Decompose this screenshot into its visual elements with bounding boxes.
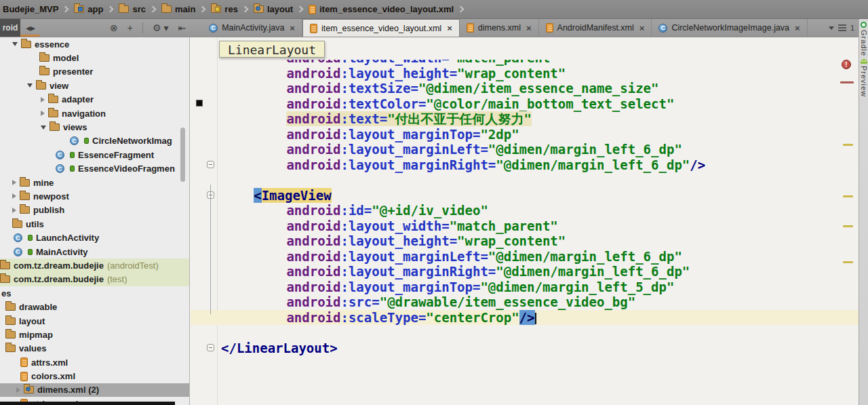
expand-arrow-right-icon[interactable]: [16, 387, 20, 393]
breadcrumb-item-app[interactable]: app: [73, 4, 104, 14]
code-line[interactable]: android:layout_marginRight="@dimen/margi…: [191, 264, 859, 279]
tree-item-es[interactable]: es: [0, 286, 189, 300]
error-badge-icon[interactable]: !: [842, 60, 851, 69]
tree-item-publish[interactable]: publish: [0, 204, 189, 217]
expand-arrow-right-icon[interactable]: [41, 111, 45, 116]
breadcrumb-item-item-essence-video-layout-xml[interactable]: item_essence_video_layout.xml: [307, 4, 455, 14]
tree-item-views[interactable]: views: [0, 120, 189, 134]
yellow-stripe-marker[interactable]: [843, 261, 853, 263]
settings-gear-icon[interactable]: ⚙ ▾: [153, 23, 168, 33]
code-line[interactable]: android:textSize="@dimen/item_essence_na…: [191, 81, 859, 96]
code-line[interactable]: android:src="@drawable/item_essence_vide…: [191, 294, 859, 310]
code-line[interactable]: </LinearLayout>: [191, 341, 859, 356]
code-line[interactable]: android:layout_marginTop="@dimen/margin_…: [191, 279, 859, 295]
tree-item-mine[interactable]: mine: [0, 176, 189, 189]
tree-item-essencevideofragmen[interactable]: CEssenceVideoFragmen: [0, 162, 189, 176]
code-line[interactable]: android:layout_marginLeft="@dimen/margin…: [191, 249, 859, 265]
tree-item-values[interactable]: values: [0, 342, 189, 355]
tree-item-dimens-xml-2[interactable]: dimens.xml (2): [0, 383, 189, 397]
code-line[interactable]: android:scaleType="centerCrop"/>: [191, 310, 859, 326]
code-line[interactable]: <ImageView: [191, 188, 859, 204]
code-line[interactable]: android:layout_width="match_parent": [191, 60, 859, 66]
tree-item-colors-xml[interactable]: colors.xml: [0, 369, 189, 383]
tree-item-utils[interactable]: utils: [0, 217, 189, 231]
tab-androidmanifest-xml[interactable]: AndroidManifest.xml×: [539, 19, 652, 37]
yellow-stripe-marker[interactable]: [843, 144, 853, 146]
tab-mainactivity-java[interactable]: CMainActivity.java×: [202, 19, 302, 37]
yellow-stripe-marker[interactable]: [843, 195, 853, 197]
tree-item-circlenetworkimag[interactable]: CCircleNetworkImag: [0, 134, 189, 148]
tree-item-com-tz-dream-budejie[interactable]: com.tz.dream.budejie (test): [0, 273, 189, 286]
tree-item-model[interactable]: model: [0, 51, 189, 64]
code-token: =: [488, 264, 496, 279]
tree-item-presenter[interactable]: presenter: [0, 65, 189, 79]
fold-handle-icon[interactable]: [207, 344, 214, 351]
code-line[interactable]: android:id="@+id/iv_video": [191, 203, 859, 218]
breadcrumb-item-src[interactable]: src: [117, 4, 147, 14]
split-arrows-icon[interactable]: ◂▸: [26, 23, 35, 33]
tree-item-essencefragment[interactable]: CEssenceFragment: [0, 148, 189, 161]
tab-list-icon[interactable]: [838, 24, 846, 31]
yellow-stripe-marker[interactable]: [843, 225, 853, 227]
toolwindow-tab-android[interactable]: roid: [0, 19, 20, 37]
breadcrumb-item-main[interactable]: main: [160, 4, 197, 14]
breadcrumb-item-budejie-mvp[interactable]: Budejie_MVP: [1, 4, 60, 14]
tab-dropdown-icon[interactable]: [829, 26, 834, 30]
tab-item-essence-video-layout-xml[interactable]: item_essence_video_layout.xml×: [302, 19, 460, 37]
tree-item-mipmap[interactable]: mipmap: [0, 328, 189, 341]
code-line[interactable]: android:layout_marginRight="@dimen/margi…: [191, 157, 859, 173]
tree-item-attrs-xml[interactable]: attrs.xml: [0, 355, 189, 369]
code-line[interactable]: android:layout_height="wrap_content": [191, 233, 859, 249]
expand-arrow-right-icon[interactable]: [41, 97, 45, 102]
code-line[interactable]: [191, 325, 859, 341]
tree-item-mainactivity[interactable]: CMainActivity: [0, 245, 189, 258]
code-area[interactable]: android:layout_width="match_parent"andro…: [191, 60, 859, 405]
close-circle-icon[interactable]: ⊗: [110, 23, 118, 33]
tree-item-drawable[interactable]: drawable: [0, 300, 189, 313]
code-line[interactable]: android:text="付出不亚于任何人努力": [191, 111, 859, 127]
code-line[interactable]: android:layout_width="match_parent": [191, 218, 859, 234]
code-line[interactable]: android:textColor="@color/main_bottom_te…: [191, 96, 859, 112]
tab-circlenetworkimageimage-java[interactable]: CCircleNetworkImageImage.java×: [652, 19, 807, 37]
red-stripe-marker[interactable]: [840, 81, 854, 83]
tree-item-layout[interactable]: layout: [0, 314, 189, 328]
tree-item-view[interactable]: view: [0, 79, 189, 92]
tree-item-com-tz-dream-budejie[interactable]: com.tz.dream.budejie (androidTest): [0, 258, 189, 272]
tree-item-newpost[interactable]: newpost: [0, 189, 189, 203]
close-icon[interactable]: ×: [639, 23, 645, 33]
expand-arrow-down-icon[interactable]: [41, 126, 46, 130]
breadcrumb-item-res[interactable]: res: [210, 4, 239, 14]
fold-handle-icon[interactable]: [207, 161, 214, 168]
tree-scrollbar-thumb[interactable]: [180, 128, 185, 182]
tree-item-adapter[interactable]: adapter: [0, 93, 189, 107]
expand-arrow-down-icon[interactable]: [12, 42, 18, 46]
collapse-all-icon[interactable]: ⇤: [178, 23, 186, 33]
code-editor[interactable]: LinearLayout android:layout_width="match…: [191, 37, 859, 405]
tree-item-launchactivity[interactable]: CLaunchActivity: [0, 231, 189, 244]
tool-button-gradle[interactable]: Gradle: [860, 22, 868, 56]
code-line[interactable]: android:layout_height="wrap_content": [191, 66, 859, 81]
visibility-icon: [84, 138, 89, 144]
code-line[interactable]: android:layout_marginTop="2dp": [191, 127, 859, 142]
close-icon[interactable]: ×: [447, 23, 452, 33]
close-icon[interactable]: ×: [526, 23, 532, 33]
expand-arrow-down-icon[interactable]: [27, 83, 33, 88]
expand-arrow-right-icon[interactable]: [12, 208, 16, 213]
tree-item-navigation[interactable]: navigation: [0, 107, 189, 120]
code-token: =: [410, 81, 418, 96]
tree-item-essence[interactable]: essence: [0, 37, 189, 51]
tag-breadcrumb-chip[interactable]: LinearLayout: [219, 41, 325, 58]
code-token: =: [441, 60, 449, 65]
close-icon[interactable]: ×: [290, 23, 295, 33]
code-line[interactable]: [191, 172, 859, 188]
expand-arrow-right-icon[interactable]: [12, 180, 16, 185]
locate-icon[interactable]: +: [127, 23, 133, 33]
close-icon[interactable]: ×: [795, 23, 800, 33]
tool-tab-underline: [20, 35, 39, 37]
tab-dimens-xml[interactable]: dimens.xml×: [460, 19, 539, 37]
breadcrumb-item-layout[interactable]: layout: [252, 4, 294, 14]
code-line[interactable]: android:layout_marginLeft="@dimen/margin…: [191, 142, 859, 157]
tool-button-preview[interactable]: Preview: [860, 59, 868, 97]
toolbar-divider: [142, 22, 143, 33]
expand-arrow-right-icon[interactable]: [12, 193, 16, 199]
